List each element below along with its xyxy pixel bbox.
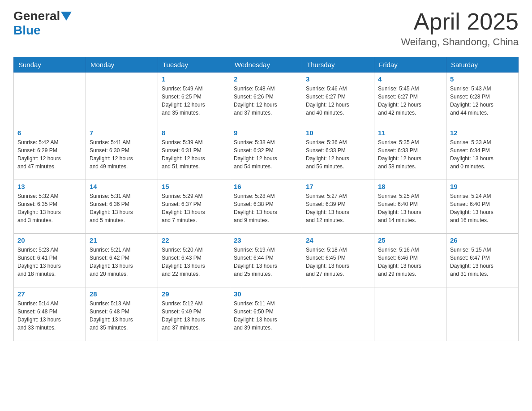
logo: General Blue — [13, 9, 73, 38]
calendar-cell: 12Sunrise: 5:33 AM Sunset: 6:34 PM Dayli… — [446, 126, 519, 180]
calendar-cell: 11Sunrise: 5:35 AM Sunset: 6:33 PM Dayli… — [374, 126, 446, 180]
calendar-cell: 9Sunrise: 5:38 AM Sunset: 6:32 PM Daylig… — [230, 126, 302, 180]
day-number: 3 — [306, 75, 370, 83]
logo-triangle-icon — [61, 12, 72, 21]
day-number: 12 — [450, 129, 515, 137]
calendar-cell: 24Sunrise: 5:18 AM Sunset: 6:45 PM Dayli… — [302, 234, 374, 287]
day-info: Sunrise: 5:46 AM Sunset: 6:27 PM Dayligh… — [306, 85, 370, 117]
day-info: Sunrise: 5:16 AM Sunset: 6:46 PM Dayligh… — [378, 246, 442, 278]
calendar-cell: 20Sunrise: 5:23 AM Sunset: 6:41 PM Dayli… — [14, 234, 86, 287]
calendar-cell: 17Sunrise: 5:27 AM Sunset: 6:39 PM Dayli… — [302, 180, 374, 234]
day-number: 30 — [234, 290, 298, 298]
calendar-cell: 23Sunrise: 5:19 AM Sunset: 6:44 PM Dayli… — [230, 234, 302, 287]
calendar-cell: 30Sunrise: 5:11 AM Sunset: 6:50 PM Dayli… — [230, 287, 302, 341]
calendar-cell — [14, 73, 86, 126]
title-section: April 2025 Weifang, Shandong, China — [401, 9, 519, 48]
calendar-cell — [374, 287, 446, 341]
day-number: 24 — [306, 236, 370, 244]
day-number: 16 — [234, 183, 298, 190]
day-info: Sunrise: 5:21 AM Sunset: 6:42 PM Dayligh… — [90, 246, 154, 278]
calendar-cell: 18Sunrise: 5:25 AM Sunset: 6:40 PM Dayli… — [374, 180, 446, 234]
calendar-cell: 8Sunrise: 5:39 AM Sunset: 6:31 PM Daylig… — [158, 126, 230, 180]
day-number: 19 — [450, 183, 515, 190]
day-info: Sunrise: 5:45 AM Sunset: 6:27 PM Dayligh… — [378, 85, 442, 117]
day-number: 15 — [162, 183, 226, 190]
calendar-cell: 19Sunrise: 5:24 AM Sunset: 6:40 PM Dayli… — [446, 180, 519, 234]
day-info: Sunrise: 5:49 AM Sunset: 6:25 PM Dayligh… — [162, 85, 226, 117]
day-info: Sunrise: 5:23 AM Sunset: 6:41 PM Dayligh… — [17, 246, 82, 278]
day-info: Sunrise: 5:11 AM Sunset: 6:50 PM Dayligh… — [234, 300, 298, 332]
calendar-cell: 26Sunrise: 5:15 AM Sunset: 6:47 PM Dayli… — [446, 234, 519, 287]
day-number: 18 — [378, 183, 442, 190]
calendar-cell: 15Sunrise: 5:29 AM Sunset: 6:37 PM Dayli… — [158, 180, 230, 234]
day-number: 27 — [17, 290, 82, 298]
day-number: 13 — [17, 183, 82, 190]
day-number: 2 — [234, 75, 298, 83]
day-info: Sunrise: 5:36 AM Sunset: 6:33 PM Dayligh… — [306, 138, 370, 171]
day-number: 29 — [162, 290, 226, 298]
day-number: 21 — [90, 236, 154, 244]
calendar-cell: 5Sunrise: 5:43 AM Sunset: 6:28 PM Daylig… — [446, 73, 519, 126]
calendar-cell: 22Sunrise: 5:20 AM Sunset: 6:43 PM Dayli… — [158, 234, 230, 287]
logo-blue-text: Blue — [13, 23, 41, 38]
logo-general-text: General — [13, 9, 60, 23]
day-info: Sunrise: 5:20 AM Sunset: 6:43 PM Dayligh… — [162, 246, 226, 278]
calendar-cell: 16Sunrise: 5:28 AM Sunset: 6:38 PM Dayli… — [230, 180, 302, 234]
day-info: Sunrise: 5:32 AM Sunset: 6:35 PM Dayligh… — [17, 192, 82, 224]
day-info: Sunrise: 5:27 AM Sunset: 6:39 PM Dayligh… — [306, 192, 370, 224]
day-info: Sunrise: 5:38 AM Sunset: 6:32 PM Dayligh… — [234, 138, 298, 171]
calendar-table: SundayMondayTuesdayWednesdayThursdayFrid… — [13, 57, 519, 341]
day-header-saturday: Saturday — [446, 57, 519, 73]
day-header-thursday: Thursday — [302, 57, 374, 73]
day-number: 10 — [306, 129, 370, 137]
day-info: Sunrise: 5:31 AM Sunset: 6:36 PM Dayligh… — [90, 192, 154, 224]
calendar-cell: 4Sunrise: 5:45 AM Sunset: 6:27 PM Daylig… — [374, 73, 446, 126]
day-header-friday: Friday — [374, 57, 446, 73]
day-header-tuesday: Tuesday — [158, 57, 230, 73]
day-number: 14 — [90, 183, 154, 190]
calendar-cell — [302, 287, 374, 341]
day-number: 11 — [378, 129, 442, 137]
calendar-cell: 28Sunrise: 5:13 AM Sunset: 6:48 PM Dayli… — [86, 287, 158, 341]
day-number: 20 — [17, 236, 82, 244]
calendar-cell: 1Sunrise: 5:49 AM Sunset: 6:25 PM Daylig… — [158, 73, 230, 126]
calendar-week-5: 27Sunrise: 5:14 AM Sunset: 6:48 PM Dayli… — [14, 287, 519, 341]
calendar-cell: 10Sunrise: 5:36 AM Sunset: 6:33 PM Dayli… — [302, 126, 374, 180]
day-info: Sunrise: 5:13 AM Sunset: 6:48 PM Dayligh… — [90, 300, 154, 332]
day-info: Sunrise: 5:42 AM Sunset: 6:29 PM Dayligh… — [17, 138, 82, 171]
day-number: 8 — [162, 129, 226, 137]
calendar-cell: 3Sunrise: 5:46 AM Sunset: 6:27 PM Daylig… — [302, 73, 374, 126]
day-number: 25 — [378, 236, 442, 244]
calendar-week-3: 13Sunrise: 5:32 AM Sunset: 6:35 PM Dayli… — [14, 180, 519, 234]
day-info: Sunrise: 5:25 AM Sunset: 6:40 PM Dayligh… — [378, 192, 442, 224]
day-number: 1 — [162, 75, 226, 83]
day-number: 22 — [162, 236, 226, 244]
day-header-wednesday: Wednesday — [230, 57, 302, 73]
calendar-cell: 21Sunrise: 5:21 AM Sunset: 6:42 PM Dayli… — [86, 234, 158, 287]
day-info: Sunrise: 5:43 AM Sunset: 6:28 PM Dayligh… — [450, 85, 515, 117]
day-number: 5 — [450, 75, 515, 83]
day-number: 28 — [90, 290, 154, 298]
calendar-cell: 13Sunrise: 5:32 AM Sunset: 6:35 PM Dayli… — [14, 180, 86, 234]
calendar-cell: 27Sunrise: 5:14 AM Sunset: 6:48 PM Dayli… — [14, 287, 86, 341]
calendar-header-row: SundayMondayTuesdayWednesdayThursdayFrid… — [14, 57, 519, 73]
day-info: Sunrise: 5:18 AM Sunset: 6:45 PM Dayligh… — [306, 246, 370, 278]
day-number: 7 — [90, 129, 154, 137]
day-info: Sunrise: 5:12 AM Sunset: 6:49 PM Dayligh… — [162, 300, 226, 332]
day-info: Sunrise: 5:14 AM Sunset: 6:48 PM Dayligh… — [17, 300, 82, 332]
day-info: Sunrise: 5:48 AM Sunset: 6:26 PM Dayligh… — [234, 85, 298, 117]
calendar-cell: 2Sunrise: 5:48 AM Sunset: 6:26 PM Daylig… — [230, 73, 302, 126]
day-info: Sunrise: 5:35 AM Sunset: 6:33 PM Dayligh… — [378, 138, 442, 171]
day-info: Sunrise: 5:19 AM Sunset: 6:44 PM Dayligh… — [234, 246, 298, 278]
day-info: Sunrise: 5:28 AM Sunset: 6:38 PM Dayligh… — [234, 192, 298, 224]
month-title: April 2025 — [401, 9, 519, 34]
calendar-cell: 29Sunrise: 5:12 AM Sunset: 6:49 PM Dayli… — [158, 287, 230, 341]
calendar-week-2: 6Sunrise: 5:42 AM Sunset: 6:29 PM Daylig… — [14, 126, 519, 180]
day-number: 26 — [450, 236, 515, 244]
day-header-sunday: Sunday — [14, 57, 86, 73]
day-number: 17 — [306, 183, 370, 190]
calendar-cell: 25Sunrise: 5:16 AM Sunset: 6:46 PM Dayli… — [374, 234, 446, 287]
day-header-monday: Monday — [86, 57, 158, 73]
day-info: Sunrise: 5:33 AM Sunset: 6:34 PM Dayligh… — [450, 138, 515, 171]
calendar-cell — [86, 73, 158, 126]
